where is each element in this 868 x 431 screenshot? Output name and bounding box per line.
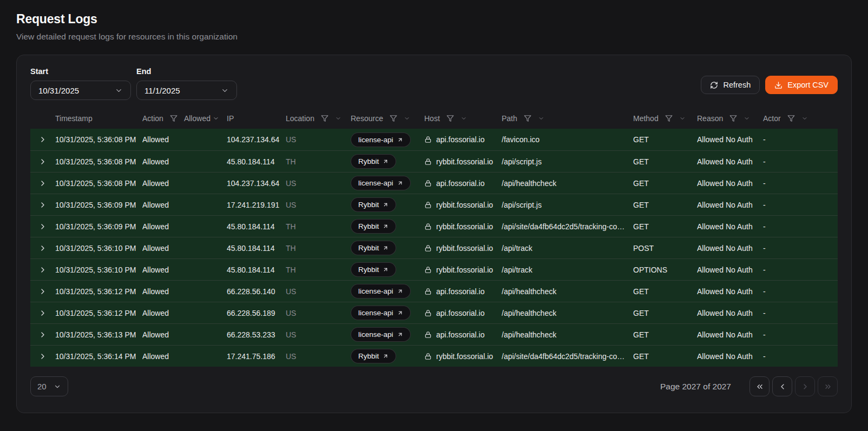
next-page-button[interactable] (795, 376, 815, 396)
end-date-select[interactable]: 11/1/2025 (136, 81, 237, 100)
refresh-button[interactable]: Refresh (701, 76, 760, 94)
expand-row-button[interactable] (37, 178, 48, 189)
filter-icon[interactable] (729, 115, 737, 122)
filter-icon[interactable] (321, 115, 328, 122)
chevron-down-icon (54, 383, 61, 390)
resource-badge[interactable]: license-api (351, 327, 411, 342)
cell-method: GET (633, 135, 697, 144)
resource-name: Rybbit (358, 222, 379, 230)
chevron-down-icon[interactable] (461, 115, 467, 122)
arrow-up-right-icon (383, 158, 389, 164)
resource-badge[interactable]: license-api (351, 176, 411, 190)
table-row[interactable]: 10/31/2025, 5:36:08 PM Allowed 45.80.184… (30, 150, 838, 172)
chevron-down-icon[interactable] (538, 115, 544, 122)
cell-actor: - (763, 287, 838, 296)
cell-path: /api/script.js (502, 201, 633, 209)
filter-icon[interactable] (524, 115, 531, 122)
cell-ip: 45.80.184.114 (227, 157, 286, 166)
page-title: Request Logs (16, 12, 852, 26)
cell-expand (30, 308, 55, 319)
expand-row-button[interactable] (37, 351, 48, 362)
cell-action: Allowed (142, 135, 227, 144)
cell-location: TH (286, 222, 351, 231)
table-row[interactable]: 10/31/2025, 5:36:10 PM Allowed 45.80.184… (30, 258, 838, 280)
cell-resource: Rybbit (351, 241, 424, 255)
chevron-right-icon (801, 382, 810, 391)
cell-host: api.fossorial.io (424, 309, 502, 317)
expand-row-button[interactable] (37, 200, 48, 210)
cell-resource: license-api (351, 176, 424, 190)
table-row[interactable]: 10/31/2025, 5:36:09 PM Allowed 45.80.184… (30, 215, 838, 237)
filter-icon[interactable] (665, 115, 673, 122)
cell-actor: - (763, 157, 838, 166)
lock-icon (424, 201, 432, 209)
cell-timestamp: 10/31/2025, 5:36:09 PM (55, 201, 142, 209)
expand-row-button[interactable] (37, 156, 48, 167)
expand-row-button[interactable] (37, 286, 48, 297)
filter-icon[interactable] (787, 115, 795, 122)
chevron-down-icon[interactable] (679, 115, 686, 122)
resource-name: Rybbit (358, 266, 379, 274)
table-row[interactable]: 10/31/2025, 5:36:09 PM Allowed 17.241.21… (30, 194, 838, 215)
cell-timestamp: 10/31/2025, 5:36:09 PM (55, 222, 142, 231)
export-csv-button[interactable]: Export CSV (765, 76, 838, 94)
start-date-select[interactable]: 10/31/2025 (30, 81, 131, 100)
chevron-right-icon (38, 135, 47, 144)
cell-timestamp: 10/31/2025, 5:36:14 PM (55, 352, 142, 361)
resource-name: license-api (358, 287, 393, 295)
chevron-down-icon[interactable] (801, 115, 808, 122)
resource-badge[interactable]: license-api (351, 284, 411, 299)
cell-path: /api/script.js (502, 157, 633, 166)
action-filter-dropdown[interactable]: Allowed (184, 114, 219, 123)
resource-badge[interactable]: Rybbit (351, 154, 396, 169)
expand-row-button[interactable] (37, 134, 48, 145)
chevron-right-icon (38, 266, 47, 274)
lock-icon (424, 244, 432, 252)
resource-badge[interactable]: Rybbit (351, 219, 396, 234)
table-row[interactable]: 10/31/2025, 5:36:13 PM Allowed 66.228.53… (30, 323, 838, 345)
cell-action: Allowed (142, 201, 227, 209)
expand-row-button[interactable] (37, 264, 48, 275)
resource-badge[interactable]: Rybbit (351, 349, 396, 363)
cell-resource: Rybbit (351, 154, 424, 169)
resource-badge[interactable]: Rybbit (351, 262, 396, 277)
table-row[interactable]: 10/31/2025, 5:36:12 PM Allowed 66.228.56… (30, 302, 838, 323)
filter-icon[interactable] (170, 115, 177, 122)
expand-row-button[interactable] (37, 221, 48, 232)
first-page-button[interactable] (749, 376, 770, 396)
lock-icon (424, 223, 432, 230)
column-header-path: Path (502, 114, 633, 123)
end-date-label: End (136, 67, 237, 76)
resource-badge[interactable]: license-api (351, 306, 411, 320)
cell-ip: 45.80.184.114 (227, 266, 286, 274)
cell-ip: 104.237.134.64 (227, 135, 286, 144)
cell-resource: license-api (351, 327, 424, 342)
cell-ip: 66.228.56.140 (227, 287, 286, 296)
table-row[interactable]: 10/31/2025, 5:36:14 PM Allowed 17.241.75… (30, 345, 838, 367)
table-row[interactable]: 10/31/2025, 5:36:10 PM Allowed 45.80.184… (30, 237, 838, 258)
filter-icon[interactable] (446, 115, 454, 122)
table-row[interactable]: 10/31/2025, 5:36:08 PM Allowed 104.237.1… (30, 129, 838, 150)
filter-icon[interactable] (390, 115, 397, 122)
resource-badge[interactable]: Rybbit (351, 197, 396, 212)
cell-actor: - (763, 309, 838, 317)
cell-ip: 66.228.56.189 (227, 309, 286, 317)
resource-badge[interactable]: Rybbit (351, 241, 396, 255)
table-row[interactable]: 10/31/2025, 5:36:12 PM Allowed 66.228.56… (30, 280, 838, 302)
expand-row-button[interactable] (37, 243, 48, 254)
host-name: api.fossorial.io (436, 179, 485, 188)
chevron-down-icon[interactable] (335, 115, 341, 122)
table-row[interactable]: 10/31/2025, 5:36:08 PM Allowed 104.237.1… (30, 172, 838, 194)
chevron-down-icon[interactable] (404, 115, 410, 122)
arrow-up-right-icon (383, 353, 389, 359)
column-header-method: Method (633, 114, 697, 123)
previous-page-button[interactable] (772, 376, 792, 396)
page-size-select[interactable]: 20 (30, 376, 68, 396)
last-page-button[interactable] (818, 376, 838, 396)
expand-row-button[interactable] (37, 329, 48, 340)
cell-ip: 45.80.184.114 (227, 244, 286, 253)
expand-row-button[interactable] (37, 308, 48, 319)
resource-badge[interactable]: license-api (351, 132, 411, 147)
chevron-down-icon[interactable] (744, 115, 750, 122)
column-header-timestamp: Timestamp (55, 114, 142, 123)
